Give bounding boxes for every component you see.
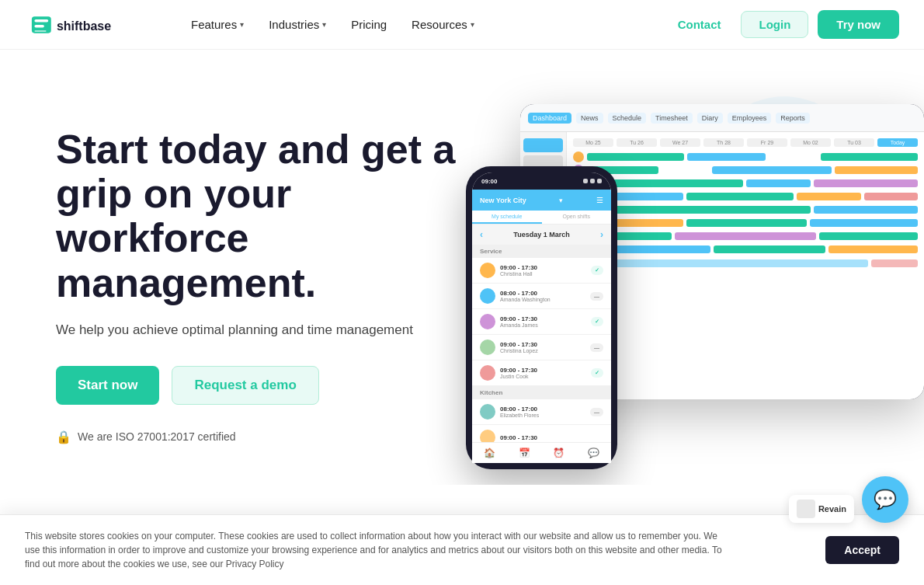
chevron-down-icon: ▾ bbox=[322, 20, 326, 29]
login-button[interactable]: Login bbox=[741, 11, 808, 38]
phone-tabs: My schedule Open shifts bbox=[472, 211, 611, 225]
status-badge: — bbox=[590, 408, 603, 416]
svg-rect-1 bbox=[34, 19, 48, 22]
table-row bbox=[573, 231, 918, 242]
cookie-bar: This website stores cookies on your comp… bbox=[0, 514, 924, 585]
calendar-icon: 📅 bbox=[519, 447, 530, 458]
schedule-bar bbox=[686, 193, 794, 200]
shift-info: 09:00 - 17:30 Christina Lopez bbox=[500, 341, 585, 353]
battery-icon bbox=[597, 179, 602, 183]
avatar bbox=[480, 263, 495, 278]
nav-resources[interactable]: Resources ▾ bbox=[401, 12, 485, 37]
avatar bbox=[480, 314, 495, 329]
tablet-main: Mo 25 Tu 26 We 27 Th 28 Fr 29 Mo 02 Tu 0… bbox=[567, 132, 924, 399]
list-item: 08:00 - 17:00 Amanda Washington — bbox=[472, 284, 611, 309]
schedule-bar bbox=[714, 245, 825, 253]
schedule-rows bbox=[573, 151, 918, 255]
nav-links: Features ▾ Industries ▾ Pricing Resource… bbox=[180, 12, 667, 37]
phone-header: New York City ▾ ☰ bbox=[472, 190, 611, 211]
phone-status-icons bbox=[583, 179, 602, 183]
clock-icon: ⏰ bbox=[553, 447, 564, 458]
phone-status-bar: 09:00 bbox=[472, 172, 611, 190]
hero-content: Start today and get a grip on your workf… bbox=[0, 96, 481, 444]
table-row bbox=[573, 204, 918, 215]
open-shift-bar bbox=[573, 259, 868, 267]
avatar bbox=[480, 340, 495, 355]
shift-info: 09:00 - 17:30 Justin Cook bbox=[500, 367, 586, 379]
iso-badge: 🔒 We are ISO 27001:2017 certified bbox=[56, 430, 481, 444]
list-item: 09:00 - 17:30 Justin Cook ✓ bbox=[472, 360, 611, 386]
sidebar-item bbox=[523, 138, 563, 152]
next-arrow-icon[interactable]: › bbox=[600, 229, 603, 240]
svg-text:shiftbase: shiftbase bbox=[57, 19, 111, 33]
tablet-toolbar: Dashboard News Schedule Timesheet Diary … bbox=[520, 104, 924, 132]
table-row bbox=[573, 218, 918, 228]
chat-widget-button[interactable]: 💬 bbox=[862, 476, 908, 523]
accept-cookies-button[interactable]: Accept bbox=[825, 536, 899, 564]
hero-subtitle: We help you achieve optimal planning and… bbox=[56, 322, 481, 338]
list-item: 09:00 - 17:30 Christina Hall ✓ bbox=[472, 258, 611, 284]
schedule-bar bbox=[587, 153, 684, 161]
schedule-bar bbox=[835, 166, 918, 174]
menu-icon: ☰ bbox=[596, 196, 603, 204]
request-demo-button[interactable]: Request a demo bbox=[172, 366, 318, 405]
list-item: 08:00 - 17:00 Elizabeth Flores — bbox=[472, 399, 611, 425]
start-now-button[interactable]: Start now bbox=[56, 366, 159, 405]
trynow-button[interactable]: Try now bbox=[818, 10, 899, 39]
nav-features[interactable]: Features ▾ bbox=[180, 12, 255, 37]
revain-logo-icon bbox=[797, 500, 815, 518]
status-badge: — bbox=[590, 292, 603, 301]
shift-info: 09:00 - 17:30 Amanda James bbox=[500, 315, 586, 328]
tab-my-schedule: My schedule bbox=[472, 211, 542, 224]
chat-icon: 💬 bbox=[588, 447, 599, 458]
section-kitchen: Kitchen bbox=[472, 386, 611, 399]
schedule-bar bbox=[675, 232, 816, 240]
chat-bubble-icon: 💬 bbox=[874, 489, 897, 510]
table-row bbox=[573, 191, 918, 202]
schedule-header: Mo 25 Tu 26 We 27 Th 28 Fr 29 Mo 02 Tu 0… bbox=[573, 138, 918, 147]
schedule-bar bbox=[814, 179, 918, 187]
schedule-bar bbox=[821, 153, 918, 161]
tab-dashboard: Dashboard bbox=[528, 113, 571, 124]
phone-bottom-nav: 🏠 📅 ⏰ 💬 bbox=[472, 442, 611, 463]
col-header: Fr 29 bbox=[747, 138, 787, 147]
shift-info: 09:00 - 17:30 Christina Hall bbox=[500, 264, 586, 277]
chevron-down-icon: ▾ bbox=[559, 197, 563, 204]
avatar bbox=[480, 404, 495, 420]
nav-industries[interactable]: Industries ▾ bbox=[258, 12, 337, 37]
hero-buttons: Start now Request a demo bbox=[56, 366, 481, 405]
wifi-icon bbox=[590, 179, 595, 183]
table-row bbox=[573, 244, 918, 255]
tab-timesheet: Timesheet bbox=[651, 113, 693, 124]
tab-schedule: Schedule bbox=[608, 113, 647, 124]
col-header: We 27 bbox=[660, 138, 700, 147]
section-service: Service bbox=[472, 245, 611, 258]
contact-button[interactable]: Contact bbox=[667, 12, 732, 37]
schedule-bar bbox=[587, 206, 811, 214]
schedule-bar bbox=[814, 206, 918, 214]
schedule-bar bbox=[819, 232, 918, 240]
status-badge: — bbox=[590, 343, 603, 352]
shift-info: 08:00 - 17:00 Amanda Washington bbox=[500, 290, 585, 302]
chevron-down-icon: ▾ bbox=[471, 20, 474, 29]
schedule-bar bbox=[797, 193, 861, 200]
table-row bbox=[573, 151, 918, 162]
col-header: Tu 26 bbox=[617, 138, 657, 147]
shift-info: 08:00 - 17:00 Elizabeth Flores bbox=[500, 406, 585, 418]
avatar bbox=[480, 365, 495, 381]
revain-widget[interactable]: Revain bbox=[789, 495, 854, 523]
hero-title: Start today and get a grip on your workf… bbox=[56, 127, 481, 305]
table-row bbox=[573, 178, 918, 189]
chevron-down-icon: ▾ bbox=[240, 20, 244, 29]
prev-arrow-icon[interactable]: ‹ bbox=[480, 229, 483, 240]
open-shift-bar-red bbox=[871, 259, 918, 267]
schedule-bar bbox=[864, 193, 918, 200]
schedule-bar bbox=[746, 179, 811, 187]
status-badge: ✓ bbox=[591, 368, 603, 378]
svg-rect-2 bbox=[34, 25, 43, 28]
phone-screen: 09:00 New York City ▾ ☰ My schedule bbox=[472, 172, 611, 463]
logo[interactable]: shiftbase bbox=[25, 12, 149, 37]
schedule-bar bbox=[810, 219, 918, 227]
nav-pricing[interactable]: Pricing bbox=[340, 12, 398, 37]
open-shifts-area bbox=[573, 259, 918, 267]
